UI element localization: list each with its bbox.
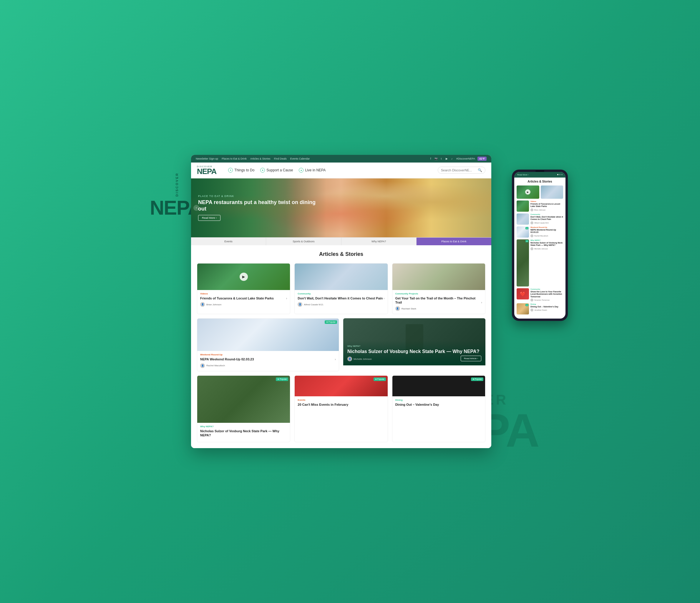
places-link[interactable]: Places to Eat & Drink bbox=[222, 157, 247, 160]
hero-read-more-button[interactable]: Read More › bbox=[198, 215, 221, 221]
phone-cat-4: Why NEPA? bbox=[530, 239, 563, 241]
article-category-3: Community Projects bbox=[395, 292, 482, 295]
search-input[interactable] bbox=[441, 168, 476, 172]
phone-dot-2[interactable] bbox=[559, 174, 560, 175]
articles-row-1: ▶ Videos Friends of Tuscarora & Locust L… bbox=[197, 263, 485, 314]
top-nav-right: f 📷 t ▶ ♪ #DiscoverNEPA 41°F bbox=[429, 156, 486, 161]
deals-link[interactable]: Find Deals bbox=[274, 157, 287, 160]
phone-author-3: Rachel Maculloch bbox=[530, 234, 563, 237]
featured-author-name: Michelle Johnson bbox=[353, 358, 372, 360]
hero-prev-button[interactable]: ‹ bbox=[193, 205, 199, 211]
phone-cat-3: Weekend Round-Up bbox=[530, 226, 563, 228]
article-body-dining: Dining Dining Out – Valentine's Day bbox=[392, 396, 485, 411]
arrow-link-weekend[interactable]: › bbox=[335, 357, 336, 361]
support-cause-nav[interactable]: ♥ Support a Cause bbox=[260, 168, 293, 172]
featured-article-card[interactable]: Why NEPA? Nicholas Sulzer of Vosburg Nec… bbox=[343, 318, 485, 371]
phone-avatar-3 bbox=[530, 234, 533, 237]
browser-window: Newsletter Sign-up Places to Eat & Drink… bbox=[191, 155, 491, 448]
article-body-1: Videos Friends of Tuscarora & Locust Lak… bbox=[197, 290, 290, 310]
article-body-3: Community Projects Get Your Tail on the … bbox=[392, 290, 485, 314]
tab-why-nepa[interactable]: Why NEPA? bbox=[342, 238, 417, 245]
article-card-events[interactable]: ★ Popular Events 20 Can't Miss Events in… bbox=[294, 376, 388, 442]
phone-title-5: Show the Love to Your Favorite Local Bus… bbox=[530, 291, 563, 298]
live-in-nepa-label: Live in NEPA bbox=[305, 168, 326, 172]
phone-carousel-dots bbox=[557, 174, 562, 175]
live-in-nepa-nav[interactable]: ● Live in NEPA bbox=[299, 168, 326, 172]
phone-popular-3: ★ bbox=[525, 227, 528, 230]
article-card-community[interactable]: Community Don't Wait, Don't Hesitate Whe… bbox=[294, 263, 388, 314]
phone-cat-5: Community bbox=[530, 288, 563, 290]
featured-title: Nicholas Sulzer of Vosburg Neck State Pa… bbox=[347, 348, 481, 354]
things-to-do-nav[interactable]: ✦ Things to Do bbox=[228, 168, 254, 172]
article-body-events: Events 20 Can't Miss Events in February bbox=[295, 396, 388, 411]
search-button[interactable]: 🔍 bbox=[478, 168, 482, 172]
featured-category: Why NEPA? bbox=[347, 345, 481, 347]
tab-places[interactable]: Places to Eat & Drink bbox=[417, 238, 491, 245]
events-link[interactable]: Events Calendar bbox=[290, 157, 310, 160]
phone-dot-3[interactable] bbox=[561, 174, 562, 175]
article-image-events: ★ Popular bbox=[295, 376, 388, 396]
read-article-button[interactable]: Read Article › bbox=[461, 356, 481, 361]
twitter-icon[interactable]: t bbox=[439, 156, 443, 161]
phone-author-5: Scranton Tomorrow bbox=[530, 298, 563, 302]
play-button[interactable]: ▶ bbox=[240, 273, 248, 281]
article-title-dining: Dining Out – Valentine's Day bbox=[395, 403, 482, 407]
articles-row-3: ★ Popular Why NEPA? Nicholas Sulzer of V… bbox=[197, 376, 485, 442]
article-card-videos[interactable]: ▶ Videos Friends of Tuscarora & Locust L… bbox=[197, 263, 290, 314]
phone-article-text-2: Community Don't Wait, Don't Hesitate whe… bbox=[530, 214, 563, 224]
newsletter-link[interactable]: Newsletter Sign-up bbox=[196, 157, 218, 160]
arrow-link-2[interactable]: › bbox=[383, 296, 385, 300]
main-content: Articles & Stories ▶ Videos Friends of T… bbox=[191, 245, 491, 448]
phone-author-2: Alfred Casale M.D. bbox=[530, 221, 563, 224]
phone-play-button[interactable]: ▶ bbox=[525, 189, 530, 195]
instagram-icon[interactable]: 📷 bbox=[434, 156, 438, 161]
article-card-weekend[interactable]: ★ Popular Weekend Round-Up NEPA Weekend … bbox=[197, 318, 339, 371]
article-title-events: 20 Can't Miss Events in February bbox=[298, 403, 384, 407]
phone-article-text-5: Community Show the Love to Your Favorite… bbox=[530, 288, 563, 302]
site-logo[interactable]: DISCOVER NEPA bbox=[197, 166, 216, 175]
phone-title-6: Dining Out – Valentine's Day bbox=[530, 306, 563, 308]
tiktok-icon[interactable]: ♪ bbox=[450, 156, 454, 161]
articles-row-2: ★ Popular Weekend Round-Up NEPA Weekend … bbox=[197, 318, 485, 371]
author-avatar-2: 👤 bbox=[298, 302, 302, 307]
article-category-dining: Dining bbox=[395, 399, 482, 401]
arrow-link-1[interactable]: › bbox=[286, 296, 287, 300]
phone-article-row-3: ★ Weekend Round-Up NEPA Weekend Round-Up… bbox=[517, 226, 563, 238]
phone-cat-1: Videos bbox=[530, 200, 563, 202]
phone-article-row-2: Community Don't Wait, Don't Hesitate whe… bbox=[517, 214, 563, 225]
phone-header: Read More › bbox=[514, 172, 566, 177]
phone-top-row: ▶ bbox=[517, 186, 563, 199]
phone-screen: Read More › Articles & Stories ▶ bbox=[514, 172, 566, 319]
article-card-trail[interactable]: Community Projects Get Your Tail on the … bbox=[392, 263, 485, 314]
article-card-why-nepa[interactable]: ★ Popular Why NEPA? Nicholas Sulzer of V… bbox=[197, 376, 290, 442]
featured-author-avatar: 👤 bbox=[347, 357, 352, 361]
article-image-person bbox=[295, 264, 388, 290]
social-icons: f 📷 t ▶ ♪ bbox=[429, 156, 454, 161]
phone-heart-icon: ❤️ bbox=[520, 291, 526, 296]
search-area[interactable]: 🔍 bbox=[438, 167, 485, 174]
phone-popular-4: ★ bbox=[525, 240, 528, 242]
phone-author-name-5: Scranton Tomorrow bbox=[534, 299, 550, 301]
hero-category: Place to Eat & Drink bbox=[198, 195, 319, 198]
top-navigation: Newsletter Sign-up Places to Eat & Drink… bbox=[191, 155, 491, 163]
popular-badge-events: ★ Popular bbox=[374, 378, 386, 381]
phone-author-4: Michelle Johnson bbox=[530, 247, 563, 250]
logo-nepa-text: NEPA bbox=[197, 168, 216, 175]
phone-section-title: Articles & Stories bbox=[517, 180, 563, 183]
article-card-dining[interactable]: ★ Popular Dining Dining Out – Valentine'… bbox=[392, 376, 485, 442]
facebook-icon[interactable]: f bbox=[429, 156, 433, 161]
compass-icon: ✦ bbox=[228, 168, 233, 172]
article-category-why: Why NEPA? bbox=[200, 425, 287, 428]
phone-article-img-5: ❤️ bbox=[517, 288, 529, 299]
arrow-link-3[interactable]: › bbox=[481, 300, 482, 305]
tab-sports[interactable]: Sports & Outdoors bbox=[266, 238, 341, 245]
phone-dot-1[interactable] bbox=[557, 174, 558, 175]
article-title-2: Don't Wait, Don't Hesitate When it Comes… bbox=[298, 296, 384, 300]
youtube-icon[interactable]: ▶ bbox=[445, 156, 449, 161]
phone-avatar-5 bbox=[530, 298, 533, 302]
articles-link[interactable]: Articles & Stories bbox=[250, 157, 271, 160]
author-avatar-weekend: 👤 bbox=[200, 363, 205, 368]
phone-mockup: Read More › Articles & Stories ▶ bbox=[512, 170, 568, 321]
tab-events[interactable]: Events bbox=[191, 238, 266, 245]
phone-article-text-6: Dining Dining Out – Valentine's Day Jona… bbox=[530, 303, 563, 312]
